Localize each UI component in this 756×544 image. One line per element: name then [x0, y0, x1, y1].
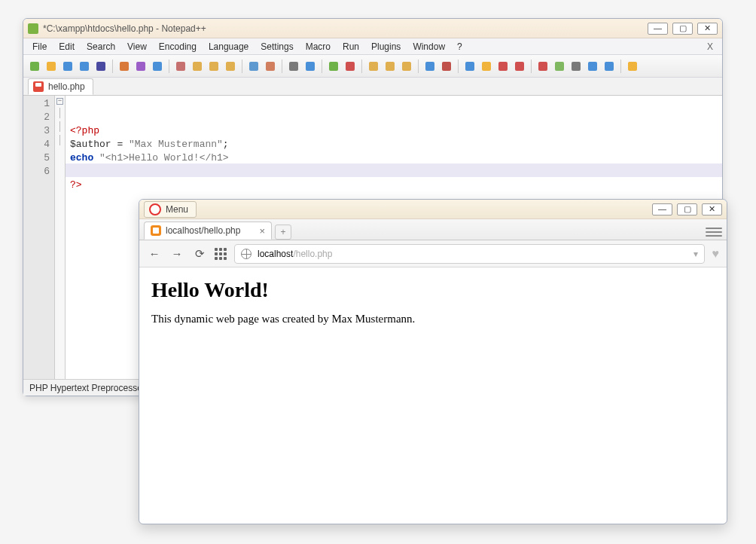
minimize-button[interactable]: — — [652, 203, 672, 215]
toolbar-icon — [306, 62, 315, 71]
toolbar-button[interactable] — [207, 60, 221, 73]
browser-window: Menu — ▢ ✕ localhost/hello.php × + ← → ⟳… — [139, 199, 727, 524]
address-bar[interactable]: localhost/hello.php ▾ — [234, 244, 705, 264]
menu-edit[interactable]: Edit — [53, 40, 81, 53]
line-number-gutter: 123456 — [23, 96, 55, 379]
toolbar-button[interactable] — [423, 60, 437, 73]
toolbar-button[interactable] — [513, 60, 526, 73]
panel-toggle-button[interactable] — [706, 225, 722, 240]
toolbar-button[interactable] — [224, 60, 237, 73]
close-button[interactable]: ✕ — [697, 23, 718, 35]
menu-label: Menu — [166, 204, 188, 215]
toolbar-separator — [242, 60, 242, 73]
toolbar-separator — [361, 60, 362, 73]
toolbar-button[interactable] — [287, 60, 300, 73]
toolbar-button[interactable] — [383, 60, 397, 73]
toolbar-button[interactable] — [44, 60, 58, 73]
toolbar-icon — [555, 62, 564, 71]
code-token: = — [111, 139, 129, 150]
toolbar-button[interactable] — [174, 60, 187, 73]
toolbar-icon — [402, 62, 411, 71]
menu-run[interactable]: Run — [337, 40, 365, 53]
close-button[interactable]: ✕ — [702, 203, 722, 215]
toolbar-button[interactable] — [94, 60, 108, 73]
maximize-button[interactable]: ▢ — [672, 23, 693, 35]
toolbar-button[interactable] — [626, 60, 639, 73]
file-tabstrip: hello.php — [23, 78, 722, 96]
page-heading: Hello World! — [151, 278, 715, 302]
toolbar-button[interactable] — [247, 60, 261, 73]
reload-button[interactable]: ⟳ — [192, 246, 207, 261]
toolbar-button[interactable] — [28, 60, 41, 73]
toolbar-icon — [605, 62, 614, 71]
page-content: Hello World! This dynamic web page was c… — [139, 267, 727, 524]
tab-close-button[interactable]: × — [259, 225, 265, 237]
menu-language[interactable]: Language — [203, 40, 255, 53]
speed-dial-button[interactable] — [215, 248, 227, 260]
menu-encoding[interactable]: Encoding — [153, 40, 203, 53]
notepad-titlebar[interactable]: *C:\xampp\htdocs\hello.php - Notepad++ —… — [23, 19, 722, 38]
current-line-highlight — [66, 164, 722, 177]
forward-button[interactable]: → — [169, 246, 184, 261]
toolbar-button[interactable] — [536, 60, 550, 73]
menu-settings[interactable]: Settings — [255, 40, 299, 53]
toolbar-button[interactable] — [327, 60, 340, 73]
url-dropdown-button[interactable]: ▾ — [694, 249, 698, 259]
toolbar-icon — [482, 62, 491, 71]
toolbar-button[interactable] — [602, 60, 616, 73]
toolbar-icon — [120, 62, 129, 71]
toolbar-button[interactable] — [367, 60, 380, 73]
toolbar-icon — [193, 62, 202, 71]
menu-plugins[interactable]: Plugins — [365, 40, 407, 53]
browser-titlebar[interactable]: Menu — ▢ ✕ — [139, 200, 727, 219]
url-path: /hello.php — [293, 249, 332, 259]
toolbar-icon — [226, 62, 235, 71]
browser-tab[interactable]: localhost/hello.php × — [144, 222, 272, 240]
fold-toggle-icon[interactable]: − — [56, 98, 63, 105]
menu-help[interactable]: ? — [451, 40, 468, 53]
menu-file[interactable]: File — [26, 40, 53, 53]
toolbar-button[interactable] — [117, 60, 131, 73]
opera-logo-icon — [149, 203, 161, 215]
line-number: 3 — [23, 124, 50, 138]
menu-macro[interactable]: Macro — [300, 40, 337, 53]
back-button[interactable]: ← — [147, 246, 162, 261]
toolbar-button[interactable] — [496, 60, 510, 73]
maximize-button[interactable]: ▢ — [677, 203, 697, 215]
toolbar-button[interactable] — [553, 60, 566, 73]
toolbar-button[interactable] — [343, 60, 357, 73]
toolbar-icon — [176, 62, 185, 71]
toolbar-button[interactable] — [463, 60, 477, 73]
toolbar-icon — [329, 62, 338, 71]
toolbar-button[interactable] — [440, 60, 453, 73]
code-token: "Max Mustermann" — [129, 139, 223, 150]
toolbar-button[interactable] — [78, 60, 91, 73]
toolbar-button[interactable] — [480, 60, 493, 73]
fold-margin[interactable]: − — [55, 96, 66, 379]
toolbar-button[interactable] — [569, 60, 583, 73]
toolbar-button[interactable] — [303, 60, 317, 73]
minimize-button[interactable]: — — [648, 23, 668, 35]
close-document-button[interactable]: X — [701, 41, 719, 52]
new-tab-button[interactable]: + — [275, 225, 291, 240]
line-number: 4 — [23, 138, 50, 151]
toolbar-separator — [458, 60, 459, 73]
toolbar-button[interactable] — [61, 60, 75, 73]
menu-window[interactable]: Window — [407, 40, 451, 53]
toolbar-button[interactable] — [586, 60, 599, 73]
favorite-button[interactable]: ♥ — [712, 247, 720, 261]
opera-menu-button[interactable]: Menu — [144, 201, 197, 218]
toolbar-icon — [153, 62, 162, 71]
toolbar-icon — [515, 62, 524, 71]
file-tab-hello-php[interactable]: hello.php — [28, 78, 93, 95]
toolbar-icon — [30, 62, 39, 71]
line-number: 1 — [23, 97, 50, 111]
toolbar-separator — [418, 60, 419, 73]
toolbar-button[interactable] — [400, 60, 413, 73]
menu-search[interactable]: Search — [81, 40, 121, 53]
toolbar-button[interactable] — [264, 60, 277, 73]
menu-view[interactable]: View — [121, 40, 153, 53]
toolbar-button[interactable] — [134, 60, 148, 73]
toolbar-button[interactable] — [151, 60, 164, 73]
toolbar-button[interactable] — [191, 60, 204, 73]
